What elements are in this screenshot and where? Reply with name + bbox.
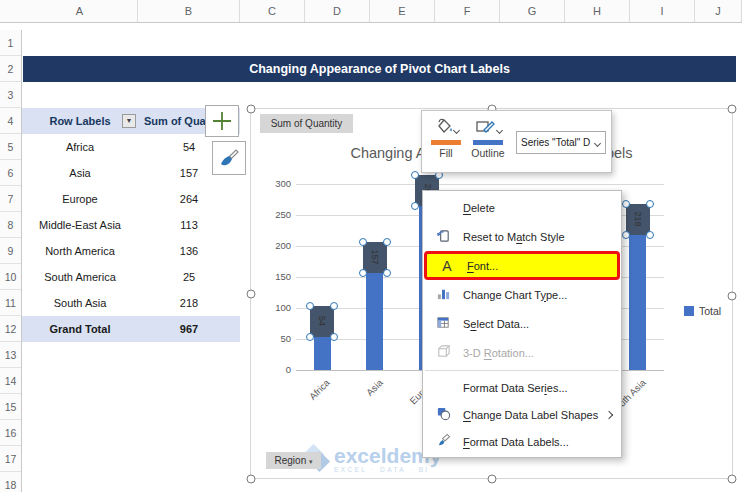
data-label-Africa[interactable]: 54 [310,306,334,337]
column-header-D[interactable]: D [305,0,370,22]
pivot-row[interactable]: South America25 [22,264,240,290]
chart-resize-handle[interactable] [247,290,256,299]
bar-Africa[interactable] [314,337,331,370]
excel-window: ABCDEFGHIJ 123456789101112131415161718 C… [0,0,742,492]
grand-total-value: 967 [138,316,240,342]
row-header-5[interactable]: 5 [0,134,21,160]
pivot-row[interactable]: Middle-East Asia113 [22,212,240,238]
pivot-region-cell: South Asia [22,290,138,316]
column-header-H[interactable]: H [565,0,630,22]
bar-Asia[interactable] [366,273,383,370]
row-header-18[interactable]: 18 [0,472,21,492]
label-selection-handle[interactable] [306,333,314,341]
column-header-I[interactable]: I [630,0,695,22]
pivot-grand-total-row[interactable]: Grand Total 967 [22,316,240,342]
y-tick-label: 200 [259,240,291,251]
fill-button[interactable]: Fill [426,117,466,159]
menu-item-label: Format Data Series... [463,382,621,394]
column-header-C[interactable]: C [240,0,305,22]
label-selection-handle[interactable] [383,238,391,246]
data-label-South Asia[interactable]: 218 [626,204,650,235]
chart-resize-handle[interactable] [728,292,737,301]
menu-item-select-data[interactable]: Select Data... [423,309,621,338]
axis-field-button[interactable]: Region ▾ [266,452,321,469]
reset-icon [423,228,463,245]
chevron-down-icon [452,127,459,134]
chart-resize-handle[interactable] [247,105,256,114]
column-headers: ABCDEFGHIJ [0,0,742,23]
column-header-J[interactable]: J [695,0,742,22]
chart-resize-handle[interactable] [728,105,737,114]
pivot-value-cell: 25 [138,264,240,290]
menu-item-delete[interactable]: Delete [423,193,621,222]
label-selection-handle[interactable] [411,202,419,210]
row-header-1[interactable]: 1 [0,30,21,56]
label-selection-handle[interactable] [330,302,338,310]
menu-item-change-data-label-shapes[interactable]: Change Data Label Shapes [423,401,621,428]
menu-item-format-data-labels[interactable]: Format Data Labels... [423,428,621,455]
chart-legend[interactable]: Total [684,305,721,317]
row-header-10[interactable]: 10 [0,264,21,290]
chart-elements-button[interactable] [205,105,239,137]
label-selection-handle[interactable] [646,231,654,239]
label-selection-handle[interactable] [622,200,630,208]
row-header-12[interactable]: 12 [0,316,21,342]
label-selection-handle[interactable] [622,231,630,239]
pivot-row-labels-header[interactable]: Row Labels [22,108,138,134]
legend-swatch-icon [684,306,694,316]
label-selection-handle[interactable] [411,171,419,179]
row-header-4[interactable]: 4 [0,108,21,134]
select-data-icon [423,315,463,332]
row-header-9[interactable]: 9 [0,238,21,264]
menu-item-format-data-series[interactable]: Format Data Series... [423,374,621,401]
pivot-row[interactable]: Africa54 [22,134,240,160]
chart-styles-button[interactable] [212,141,246,175]
menu-separator [425,370,619,371]
row-header-13[interactable]: 13 [0,342,21,368]
label-selection-handle[interactable] [359,269,367,277]
row-header-2[interactable]: 2 [0,56,21,82]
menu-item-reset-to-match-style[interactable]: Reset to Match Style [423,222,621,251]
filter-dropdown-button[interactable]: ▼ [122,114,136,128]
menu-item-font[interactable]: AFont... [424,251,620,280]
column-header-A[interactable]: A [22,0,138,22]
bar-South Asia[interactable] [629,235,646,370]
chart-element-selector-dropdown[interactable]: Series "Total" D [516,131,606,154]
pivot-row[interactable]: Europe264 [22,186,240,212]
menu-item-label: Delete [463,202,621,214]
row-header-15[interactable]: 15 [0,394,21,420]
column-header-F[interactable]: F [435,0,500,22]
row-header-7[interactable]: 7 [0,186,21,212]
row-header-3[interactable]: 3 [0,82,21,108]
column-header-E[interactable]: E [370,0,435,22]
menu-item-d-rotation: 3-D Rotation... [423,338,621,367]
chart-resize-handle[interactable] [247,475,256,484]
pivot-row[interactable]: Asia157 [22,160,240,186]
chart-resize-handle[interactable] [728,475,737,484]
row-header-17[interactable]: 17 [0,446,21,472]
label-selection-handle[interactable] [646,200,654,208]
value-field-button[interactable]: Sum of Quantity [260,114,353,133]
pivot-region-cell: Europe [22,186,138,212]
row-header-8[interactable]: 8 [0,212,21,238]
row-header-16[interactable]: 16 [0,420,21,446]
column-header-B[interactable]: B [138,0,240,22]
menu-item-change-chart-type[interactable]: Change Chart Type... [423,280,621,309]
row-header-11[interactable]: 11 [0,290,21,316]
paint-bucket-icon [434,117,454,135]
row-header-14[interactable]: 14 [0,368,21,394]
pivot-row[interactable]: North America136 [22,238,240,264]
data-label-Asia[interactable]: 157 [363,242,387,273]
label-selection-handle[interactable] [330,333,338,341]
chart-resize-handle[interactable] [488,475,497,484]
row-header-6[interactable]: 6 [0,160,21,186]
column-header-G[interactable]: G [500,0,565,22]
menu-item-label: Font... [467,260,617,272]
label-selection-handle[interactable] [306,302,314,310]
outline-button[interactable]: Outline [468,117,508,159]
label-selection-handle[interactable] [359,238,367,246]
font-icon: A [427,258,467,274]
worksheet-title-banner: Changing Appearance of Pivot Chart Label… [23,56,736,82]
label-selection-handle[interactable] [383,269,391,277]
pivot-row[interactable]: South Asia218 [22,290,240,316]
